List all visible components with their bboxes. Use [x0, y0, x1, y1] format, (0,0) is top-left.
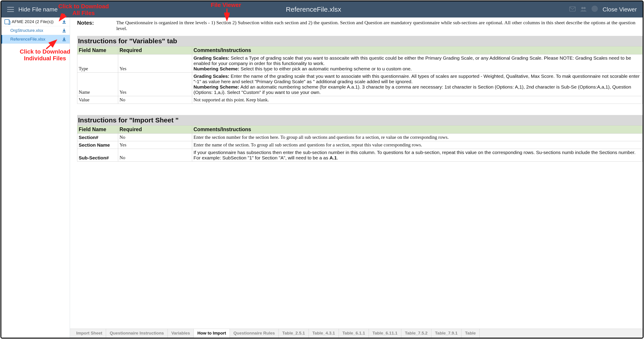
file-sidebar: AFME 2024 (2 File(s)) OrgStructure.xlsx … [1, 18, 70, 338]
file-row[interactable]: ReferenceFile.xlsx [1, 35, 70, 44]
required-cell: Yes [118, 141, 192, 149]
sheet-tab[interactable]: Table_4.3.1 [309, 329, 339, 338]
svg-rect-0 [570, 7, 576, 11]
file-name: OrgStructure.xlsx [10, 28, 43, 33]
sheet-tab[interactable]: Table_6.11.1 [369, 329, 402, 338]
comments-cell: Enter the section number for the section… [192, 134, 643, 141]
field-name-cell: Section Name [77, 141, 118, 149]
document-content: Notes: The Questionnaire is organized in… [70, 18, 643, 329]
sheet-tab[interactable]: Variables [168, 329, 194, 338]
svg-rect-6 [62, 40, 66, 41]
instruction-table: Field NameRequiredComments/InstructionsT… [77, 46, 643, 104]
table-row: NameYesGrading Scales: Enter the name of… [77, 73, 643, 96]
table-header: Required [118, 46, 192, 54]
field-name-cell: Name [77, 73, 118, 96]
sheet-tab[interactable]: Questionnaire Instructions [106, 329, 168, 338]
section-title: Instructions for "Variables" tab [77, 36, 643, 46]
sheet-tab[interactable]: Table_7.9.1 [432, 329, 462, 338]
svg-rect-5 [62, 32, 66, 32]
sheet-tab[interactable]: Questionnaire Rules [230, 329, 279, 338]
field-name-cell: Value [77, 96, 118, 104]
comments-cell: Grading Scales: Select a Type of grading… [192, 54, 643, 73]
svg-point-3 [592, 6, 598, 12]
sheet-tab[interactable]: Table_2.5.1 [279, 329, 309, 338]
svg-point-2 [584, 7, 586, 9]
required-cell: No [118, 134, 192, 141]
svg-point-1 [581, 7, 584, 9]
file-viewer: Notes: The Questionnaire is organized in… [70, 18, 643, 338]
table-header: Required [118, 126, 192, 134]
instruction-table: Field NameRequiredComments/InstructionsS… [77, 125, 643, 162]
table-row: Sub-Section#NoIf your questionnaire has … [77, 149, 643, 162]
avatar[interactable] [591, 6, 598, 14]
svg-rect-4 [62, 23, 66, 24]
table-header: Comments/Instructions [192, 46, 643, 54]
app-frame: Hide File name ReferenceFile.xlsx Close … [0, 0, 644, 338]
sheet-tab[interactable]: Table_6.1.1 [339, 329, 369, 338]
download-all-icon[interactable] [62, 19, 66, 24]
section-title: Instructions for "Import Sheet " [77, 115, 643, 125]
mail-icon[interactable] [569, 6, 576, 13]
table-row: Section#NoEnter the section number for t… [77, 134, 643, 141]
table-header: Comments/Instructions [192, 126, 643, 134]
table-row: TypeYesGrading Scales: Select a Type of … [77, 54, 643, 73]
sheet-tabs: Import SheetQuestionnaire InstructionsVa… [70, 329, 643, 338]
sheet-tab[interactable]: How to Import [194, 329, 230, 338]
hamburger-icon[interactable] [7, 7, 14, 12]
people-icon[interactable] [580, 6, 587, 13]
table-header: Field Name [77, 46, 118, 54]
comments-cell: Not supported at this point. Keep blank. [192, 96, 643, 104]
close-viewer-button[interactable]: Close Viewer [602, 6, 637, 13]
file-row[interactable]: OrgStructure.xlsx [1, 26, 70, 35]
folder-row[interactable]: AFME 2024 (2 File(s)) [1, 18, 70, 26]
table-row: ValueNoNot supported at this point. Keep… [77, 96, 643, 104]
table-header: Field Name [77, 126, 118, 134]
required-cell: Yes [118, 73, 192, 96]
comments-cell: Enter the name of the section. To group … [192, 141, 643, 149]
required-cell: Yes [118, 54, 192, 73]
file-name: ReferenceFile.xlsx [10, 37, 45, 42]
comments-cell: Grading Scales: Enter the name of the gr… [192, 73, 643, 96]
folder-name: AFME 2024 (2 File(s)) [12, 19, 54, 24]
download-file-icon[interactable] [62, 28, 66, 33]
required-cell: No [118, 149, 192, 162]
top-bar: Hide File name ReferenceFile.xlsx Close … [1, 1, 643, 18]
comments-cell: If your questionnaire has subsections th… [192, 149, 643, 162]
sheet-tab[interactable]: Table_7.5.2 [402, 329, 432, 338]
field-name-cell: Type [77, 54, 118, 73]
hide-filename-button[interactable]: Hide File name [18, 6, 58, 13]
field-name-cell: Section# [77, 134, 118, 141]
download-file-icon[interactable] [62, 37, 66, 42]
required-cell: No [118, 96, 192, 104]
body: AFME 2024 (2 File(s)) OrgStructure.xlsx … [1, 18, 643, 338]
notes-label: Notes: [77, 20, 94, 26]
sheet-tab[interactable]: Import Sheet [73, 329, 106, 338]
field-name-cell: Sub-Section# [77, 149, 118, 162]
sheet-tab[interactable]: Table [462, 329, 480, 338]
file-title: ReferenceFile.xlsx [286, 6, 341, 13]
notes-text: The Questionnaire is organized in three … [116, 20, 643, 32]
folder-icon [4, 19, 10, 24]
table-row: Section NameYesEnter the name of the sec… [77, 141, 643, 149]
